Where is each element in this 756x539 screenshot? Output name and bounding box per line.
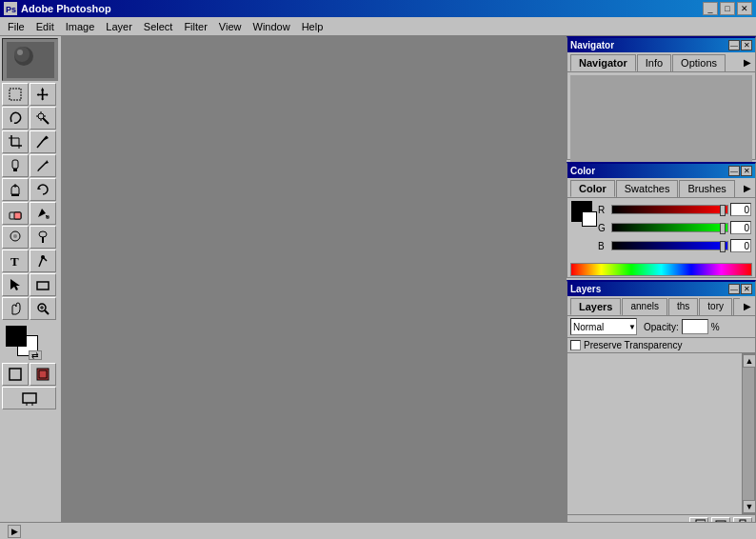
menu-image[interactable]: Image [60, 19, 101, 34]
tab-actions[interactable]: tions [733, 298, 740, 315]
status-arrow-btn[interactable]: ▶ [8, 525, 21, 538]
r-value[interactable]: 0 [730, 203, 751, 216]
zoom-tool[interactable] [30, 297, 56, 320]
navigator-menu-btn[interactable]: ▶ [740, 55, 755, 70]
tool-row-6 [2, 202, 59, 225]
tool-row-3 [2, 130, 59, 153]
marquee-tool[interactable] [2, 83, 29, 106]
lasso-tool[interactable] [2, 107, 29, 130]
svg-marker-7 [37, 88, 49, 101]
eraser-tool[interactable] [2, 202, 29, 225]
blur-tool[interactable] [2, 226, 29, 249]
color-close-btn[interactable]: ✕ [741, 166, 752, 176]
svg-point-30 [13, 234, 17, 238]
layers-close-btn[interactable]: ✕ [741, 284, 752, 294]
b-value[interactable]: 0 [730, 239, 751, 252]
navigator-collapse-btn[interactable]: — [728, 40, 740, 50]
screen-mode-btn[interactable] [2, 387, 56, 409]
layers-scrollbar[interactable]: ▲ ▼ [742, 353, 755, 514]
paint-bucket-tool[interactable] [30, 202, 56, 225]
color-swatches-area: ⇄ [2, 321, 59, 363]
clone-stamp-tool[interactable] [2, 178, 29, 201]
move-tool[interactable] [30, 83, 56, 106]
color-spectrum[interactable] [570, 263, 752, 276]
tab-color[interactable]: Color [570, 180, 615, 197]
tab-layers[interactable]: Layers [570, 298, 621, 315]
scrollbar-track[interactable] [743, 368, 754, 500]
color-row-g: G 0 [598, 221, 751, 234]
r-slider[interactable] [611, 205, 728, 214]
healing-brush-tool[interactable] [2, 154, 29, 177]
color-menu-btn[interactable]: ▶ [740, 181, 755, 195]
b-slider[interactable] [611, 241, 728, 250]
tab-channels[interactable]: annels [622, 298, 666, 315]
scrollbar-up-btn[interactable]: ▲ [743, 354, 756, 368]
menu-view[interactable]: View [213, 19, 248, 34]
slice-tool[interactable] [30, 130, 56, 153]
g-value[interactable]: 0 [730, 221, 751, 234]
menu-help[interactable]: Help [296, 19, 329, 34]
opacity-input[interactable] [682, 319, 708, 334]
type-tool[interactable]: T [2, 250, 29, 272]
menu-layer[interactable]: Layer [100, 19, 138, 34]
color-fg-swatch[interactable] [571, 201, 592, 222]
preserve-transparency-label: Preserve Transparency [584, 340, 682, 350]
pen-tool[interactable] [30, 250, 56, 272]
view-mode-row [2, 363, 59, 386]
menu-select[interactable]: Select [138, 19, 179, 34]
layers-menu-btn[interactable]: ▶ [740, 299, 755, 313]
dodge-tool[interactable] [30, 226, 56, 249]
tab-paths[interactable]: ths [668, 298, 698, 315]
hand-tool[interactable] [2, 297, 29, 320]
svg-marker-35 [10, 279, 20, 290]
minimize-button[interactable]: _ [703, 2, 718, 15]
navigator-title-bar: Navigator — ✕ [567, 38, 755, 52]
blend-mode-select[interactable]: Normal ▼ [570, 318, 637, 335]
standard-mode-btn[interactable] [2, 363, 29, 386]
tab-brushes[interactable]: Brushes [679, 180, 734, 197]
color-bg-swatch[interactable] [582, 211, 597, 227]
opacity-label: Opacity: [644, 322, 679, 332]
crop-tool[interactable] [2, 130, 29, 153]
tool-row-type: T [2, 250, 59, 272]
shape-tool[interactable] [30, 273, 56, 296]
menu-file[interactable]: File [2, 19, 30, 34]
close-button[interactable]: ✕ [737, 2, 752, 15]
preserve-transparency-checkbox[interactable] [570, 340, 581, 350]
quick-mask-btn[interactable] [30, 363, 56, 386]
opacity-pct: % [711, 322, 720, 332]
navigator-panel: Navigator — ✕ Navigator Info Options ▶ ⊟ [567, 36, 756, 160]
blend-mode-label: Normal [573, 322, 604, 332]
canvas-area[interactable] [62, 36, 566, 539]
tab-navigator[interactable]: Navigator [570, 54, 636, 71]
tab-info[interactable]: Info [637, 54, 671, 71]
scrollbar-down-btn[interactable]: ▼ [743, 500, 756, 513]
maximize-button[interactable]: □ [720, 2, 735, 15]
menu-window[interactable]: Window [248, 19, 296, 34]
color-row-r: R 0 [598, 203, 751, 216]
color-collapse-btn[interactable]: — [728, 166, 740, 176]
history-brush-tool[interactable] [30, 178, 56, 201]
navigator-content [570, 75, 752, 166]
g-slider[interactable] [611, 223, 728, 232]
tool-preview [2, 38, 58, 81]
pencil-tool[interactable] [30, 154, 56, 177]
tab-options[interactable]: Options [672, 54, 726, 71]
navigator-close-btn[interactable]: ✕ [741, 40, 752, 50]
fg-bg-swatches[interactable]: ⇄ [4, 324, 42, 360]
menu-edit[interactable]: Edit [30, 19, 60, 34]
layers-collapse-btn[interactable]: — [728, 284, 740, 294]
workspace: T [0, 36, 756, 539]
swap-colors-btn[interactable]: ⇄ [29, 350, 42, 360]
layers-tabs: Layers annels ths tory tions [567, 296, 740, 315]
toolbar: T [0, 36, 62, 539]
menu-filter[interactable]: Filter [178, 19, 212, 34]
foreground-color-swatch[interactable] [6, 326, 27, 347]
tab-swatches[interactable]: Swatches [616, 180, 679, 197]
path-selection-tool[interactable] [2, 273, 29, 296]
tab-history[interactable]: tory [699, 298, 732, 315]
layers-controls: Normal ▼ Opacity: % [567, 316, 755, 338]
r-label: R [598, 205, 609, 215]
magic-wand-tool[interactable] [30, 107, 56, 130]
navigator-tabs: Navigator Info Options [567, 52, 740, 71]
